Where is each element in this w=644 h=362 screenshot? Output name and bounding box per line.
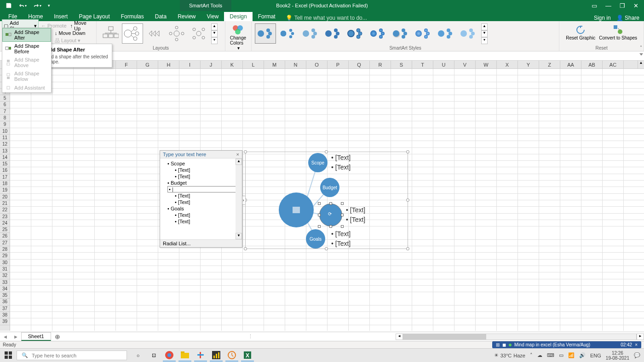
column-header-R[interactable]: R — [370, 61, 391, 68]
budget-node[interactable]: Budget — [320, 178, 339, 197]
shape-handle[interactable] — [318, 214, 321, 216]
row-header-38[interactable]: 38 — [0, 312, 10, 318]
notifications-icon[interactable]: 💬 — [634, 352, 640, 358]
layout-option-5[interactable] — [188, 23, 209, 44]
shape-handle[interactable] — [341, 214, 344, 216]
style-option-7[interactable] — [390, 23, 411, 44]
sheet-nav-next[interactable]: ► — [11, 334, 21, 339]
column-header-V[interactable]: V — [454, 61, 476, 68]
cells-area[interactable]: Type your text here × ▲ ▼ • Scope • [Tex… — [10, 69, 644, 331]
row-header-13[interactable]: 13 — [0, 148, 10, 154]
sign-in-link[interactable]: Sign in — [594, 15, 611, 21]
column-header-W[interactable]: W — [476, 61, 497, 68]
column-header-I[interactable]: I — [179, 61, 201, 68]
smartart-graphic[interactable]: › Scope Budget ⟳ Goals • [Text] • [Text] — [245, 152, 408, 249]
row-header-17[interactable]: 17 — [0, 174, 10, 181]
ribbon-display-options[interactable]: ▭ — [592, 2, 597, 9]
recording-close[interactable]: × — [635, 342, 638, 347]
convert-shapes-button[interactable]: Convert to Shapes — [597, 23, 639, 41]
shape-handle[interactable] — [341, 202, 344, 205]
layouts-scroll-up[interactable]: ▲ — [211, 23, 218, 30]
resize-handle-s[interactable] — [325, 247, 328, 250]
recording-badge[interactable]: ⊞ ◼ Mind map in excel (Esha Verma/Aug) 0… — [492, 341, 641, 348]
tp-scope[interactable]: • Scope — [167, 160, 239, 167]
h-scroll-right[interactable]: ► — [637, 334, 644, 340]
weather-widget[interactable]: ☀ 33°C Haze — [494, 352, 525, 358]
style-option-9[interactable] — [435, 23, 456, 44]
redo-button[interactable]: ▾ — [30, 1, 44, 10]
column-header-J[interactable]: J — [201, 61, 222, 68]
shape-handle[interactable] — [318, 225, 321, 228]
layout-option-1[interactable] — [100, 23, 121, 44]
timer-icon[interactable] — [225, 350, 238, 362]
meet-now-icon[interactable]: ▭ — [559, 352, 564, 358]
resize-handle-n[interactable] — [325, 150, 328, 153]
row-header-24[interactable]: 24 — [0, 220, 10, 226]
h-scroll-left[interactable]: ◄ — [396, 334, 403, 340]
add-sheet-button[interactable]: ⊕ — [51, 333, 64, 340]
column-header-S[interactable]: S — [391, 61, 412, 68]
row-header-10[interactable]: 10 — [0, 128, 10, 135]
taskbar-search[interactable]: 🔍 Type here to search — [17, 351, 127, 360]
maximize-button[interactable]: ❐ — [620, 2, 625, 9]
styles-scroll-down[interactable]: ▼ — [481, 30, 488, 37]
resize-handle-e[interactable] — [406, 198, 409, 202]
selected-bullets[interactable]: • [Text] • [Text] — [346, 205, 365, 225]
row-header-34[interactable]: 34 — [0, 286, 10, 292]
goals-node[interactable]: Goals — [306, 229, 325, 249]
shape-handle[interactable] — [329, 202, 332, 205]
layouts-more[interactable]: ▾ — [211, 37, 218, 44]
row-header-16[interactable]: 16 — [0, 167, 10, 174]
minimize-button[interactable]: — — [605, 2, 611, 9]
slack-icon[interactable] — [194, 350, 207, 362]
selected-node[interactable]: ⟳ — [319, 204, 342, 226]
row-header-35[interactable]: 35 — [0, 292, 10, 299]
row-header-39[interactable]: 39 — [0, 318, 10, 325]
collapse-ribbon-button[interactable]: ˄ — [640, 45, 642, 50]
row-header-9[interactable]: 9 — [0, 121, 10, 128]
h-scroll-thumb[interactable] — [403, 334, 486, 339]
style-option-4[interactable] — [322, 23, 344, 44]
tab-review[interactable]: Review — [172, 12, 201, 21]
resize-handle-sw[interactable] — [244, 247, 247, 250]
tp-scroll-up[interactable]: ▲ — [236, 158, 242, 165]
undo-button[interactable]: ▾ — [16, 1, 29, 10]
scope-node[interactable]: Scope — [308, 153, 328, 172]
styles-more[interactable]: ▾ — [481, 37, 488, 44]
tp-scroll-down[interactable]: ▼ — [236, 233, 242, 239]
tab-data[interactable]: Data — [150, 12, 172, 21]
column-header-AA[interactable]: AA — [560, 61, 581, 68]
row-header-15[interactable]: 15 — [0, 161, 10, 167]
tp-budget[interactable]: • Budget — [167, 180, 239, 186]
layout-option-2[interactable] — [122, 23, 143, 44]
column-header-G[interactable]: G — [137, 61, 158, 68]
tp-selected-item[interactable]: • — [167, 186, 239, 192]
row-header-12[interactable]: 12 — [0, 141, 10, 147]
column-header-L[interactable]: L — [243, 61, 264, 68]
row-header-30[interactable]: 30 — [0, 260, 10, 266]
text-pane-scrollbar[interactable]: ▲ ▼ — [236, 158, 242, 239]
tab-design[interactable]: Design — [224, 12, 252, 21]
onedrive-icon[interactable]: ☁ — [537, 352, 542, 358]
tab-view[interactable]: View — [201, 12, 224, 21]
resize-handle-nw[interactable] — [244, 150, 247, 153]
wifi-icon[interactable]: 📶 — [568, 352, 575, 358]
tp-sel-sub1[interactable]: • [Text] — [175, 192, 239, 199]
tab-format[interactable]: Format — [253, 12, 281, 21]
column-header-O[interactable]: O — [306, 61, 328, 68]
powerbi-icon[interactable] — [210, 350, 223, 362]
explorer-icon[interactable] — [178, 350, 191, 362]
row-header-32[interactable]: 32 — [0, 272, 10, 279]
column-header-N[interactable]: N — [285, 61, 306, 68]
column-header-U[interactable]: U — [433, 61, 454, 68]
row-header-29[interactable]: 29 — [0, 253, 10, 259]
start-button[interactable] — [0, 351, 17, 360]
shape-handle[interactable] — [318, 202, 321, 205]
row-header-7[interactable]: 7 — [0, 108, 10, 115]
row-header-23[interactable]: 23 — [0, 214, 10, 220]
row-header-31[interactable]: 31 — [0, 266, 10, 272]
resize-handle-se[interactable] — [406, 247, 409, 250]
text-pane-close-button[interactable]: × — [236, 152, 239, 157]
column-header-M[interactable]: M — [264, 61, 285, 68]
style-option-3[interactable] — [300, 23, 321, 44]
